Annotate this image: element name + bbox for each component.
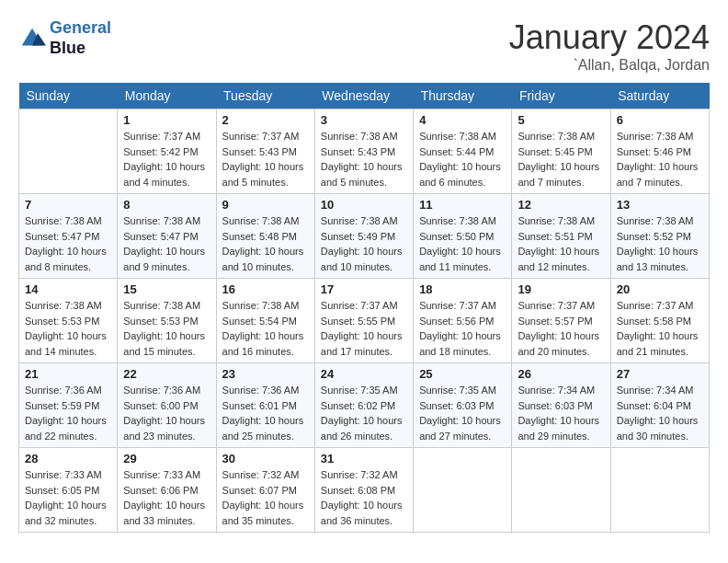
day-info: Sunrise: 7:38 AM Sunset: 5:43 PM Dayligh… <box>321 129 407 190</box>
calendar-cell: 25Sunrise: 7:35 AM Sunset: 6:03 PM Dayli… <box>414 363 512 448</box>
calendar-cell: 18Sunrise: 7:37 AM Sunset: 5:56 PM Dayli… <box>414 279 512 363</box>
calendar-cell: 26Sunrise: 7:34 AM Sunset: 6:03 PM Dayli… <box>512 363 610 448</box>
calendar-cell: 24Sunrise: 7:35 AM Sunset: 6:02 PM Dayli… <box>314 363 413 448</box>
day-number: 6 <box>617 113 703 127</box>
day-number: 31 <box>321 452 407 465</box>
calendar-cell: 11Sunrise: 7:38 AM Sunset: 5:50 PM Dayli… <box>414 194 512 279</box>
day-info: Sunrise: 7:38 AM Sunset: 5:44 PM Dayligh… <box>419 129 506 190</box>
weekday-header-saturday: Saturday <box>610 83 709 109</box>
day-number: 3 <box>321 113 407 127</box>
day-info: Sunrise: 7:38 AM Sunset: 5:54 PM Dayligh… <box>222 298 309 359</box>
location: `Allan, Balqa, Jordan <box>509 57 710 74</box>
day-number: 16 <box>222 282 309 296</box>
logo-text: General Blue <box>50 18 111 58</box>
day-number: 17 <box>321 282 407 296</box>
day-info: Sunrise: 7:37 AM Sunset: 5:58 PM Dayligh… <box>617 298 703 359</box>
day-number: 7 <box>25 198 111 212</box>
calendar-cell: 6Sunrise: 7:38 AM Sunset: 5:46 PM Daylig… <box>610 109 709 194</box>
calendar-cell: 21Sunrise: 7:36 AM Sunset: 5:59 PM Dayli… <box>19 363 118 448</box>
day-number: 21 <box>25 367 111 381</box>
day-info: Sunrise: 7:36 AM Sunset: 5:59 PM Dayligh… <box>25 383 111 443</box>
calendar-cell: 12Sunrise: 7:38 AM Sunset: 5:51 PM Dayli… <box>512 194 610 279</box>
week-row-2: 7Sunrise: 7:38 AM Sunset: 5:47 PM Daylig… <box>19 194 710 279</box>
calendar-cell: 2Sunrise: 7:37 AM Sunset: 5:43 PM Daylig… <box>216 109 314 194</box>
calendar-cell: 7Sunrise: 7:38 AM Sunset: 5:47 PM Daylig… <box>19 194 118 279</box>
day-info: Sunrise: 7:38 AM Sunset: 5:45 PM Dayligh… <box>518 129 604 190</box>
day-info: Sunrise: 7:38 AM Sunset: 5:46 PM Dayligh… <box>617 129 703 190</box>
calendar-cell: 14Sunrise: 7:38 AM Sunset: 5:53 PM Dayli… <box>19 279 118 363</box>
week-row-3: 14Sunrise: 7:38 AM Sunset: 5:53 PM Dayli… <box>19 279 710 363</box>
day-number: 24 <box>321 367 407 381</box>
day-number: 10 <box>321 198 407 212</box>
logo: General Blue <box>18 18 111 58</box>
calendar-cell: 31Sunrise: 7:32 AM Sunset: 6:08 PM Dayli… <box>314 448 413 533</box>
day-info: Sunrise: 7:32 AM Sunset: 6:08 PM Dayligh… <box>321 467 407 528</box>
calendar-cell: 20Sunrise: 7:37 AM Sunset: 5:58 PM Dayli… <box>610 279 709 363</box>
day-info: Sunrise: 7:37 AM Sunset: 5:57 PM Dayligh… <box>518 298 604 359</box>
calendar-cell: 19Sunrise: 7:37 AM Sunset: 5:57 PM Dayli… <box>512 279 610 363</box>
calendar-cell <box>610 448 709 533</box>
day-info: Sunrise: 7:36 AM Sunset: 6:01 PM Dayligh… <box>222 383 309 443</box>
calendar-cell: 29Sunrise: 7:33 AM Sunset: 6:06 PM Dayli… <box>118 448 216 533</box>
week-row-1: 1Sunrise: 7:37 AM Sunset: 5:42 PM Daylig… <box>19 109 710 194</box>
day-number: 29 <box>123 452 210 465</box>
calendar-cell: 9Sunrise: 7:38 AM Sunset: 5:48 PM Daylig… <box>216 194 314 279</box>
weekday-header-friday: Friday <box>512 83 610 109</box>
day-info: Sunrise: 7:37 AM Sunset: 5:56 PM Dayligh… <box>419 298 506 359</box>
calendar-cell: 28Sunrise: 7:33 AM Sunset: 6:05 PM Dayli… <box>19 448 118 533</box>
day-info: Sunrise: 7:33 AM Sunset: 6:06 PM Dayligh… <box>123 467 210 528</box>
day-info: Sunrise: 7:38 AM Sunset: 5:47 PM Dayligh… <box>123 213 210 274</box>
page-header: General Blue January 2024 `Allan, Balqa,… <box>18 18 710 74</box>
day-number: 20 <box>617 282 703 296</box>
calendar-cell: 13Sunrise: 7:38 AM Sunset: 5:52 PM Dayli… <box>610 194 709 279</box>
calendar-cell: 15Sunrise: 7:38 AM Sunset: 5:53 PM Dayli… <box>118 279 216 363</box>
weekday-header-row: SundayMondayTuesdayWednesdayThursdayFrid… <box>19 83 710 109</box>
day-info: Sunrise: 7:38 AM Sunset: 5:48 PM Dayligh… <box>222 213 309 274</box>
day-number: 4 <box>419 113 506 127</box>
day-number: 27 <box>617 367 703 381</box>
day-info: Sunrise: 7:35 AM Sunset: 6:02 PM Dayligh… <box>321 383 407 443</box>
calendar-cell <box>512 448 610 533</box>
day-info: Sunrise: 7:37 AM Sunset: 5:43 PM Dayligh… <box>222 129 309 190</box>
day-number: 15 <box>123 282 210 296</box>
weekday-header-tuesday: Tuesday <box>216 83 314 109</box>
day-number: 22 <box>123 367 210 381</box>
day-info: Sunrise: 7:38 AM Sunset: 5:53 PM Dayligh… <box>123 298 210 359</box>
day-number: 12 <box>518 198 604 212</box>
day-info: Sunrise: 7:38 AM Sunset: 5:50 PM Dayligh… <box>419 213 506 274</box>
day-number: 25 <box>419 367 506 381</box>
day-number: 19 <box>518 282 604 296</box>
day-number: 18 <box>419 282 506 296</box>
day-info: Sunrise: 7:36 AM Sunset: 6:00 PM Dayligh… <box>123 383 210 443</box>
day-info: Sunrise: 7:33 AM Sunset: 6:05 PM Dayligh… <box>25 467 111 528</box>
calendar-cell: 3Sunrise: 7:38 AM Sunset: 5:43 PM Daylig… <box>314 109 413 194</box>
day-number: 23 <box>222 367 309 381</box>
day-info: Sunrise: 7:37 AM Sunset: 5:55 PM Dayligh… <box>321 298 407 359</box>
day-info: Sunrise: 7:38 AM Sunset: 5:51 PM Dayligh… <box>518 213 604 274</box>
day-info: Sunrise: 7:38 AM Sunset: 5:49 PM Dayligh… <box>321 213 407 274</box>
day-number: 5 <box>518 113 604 127</box>
month-title: January 2024 <box>509 18 710 57</box>
calendar-cell: 4Sunrise: 7:38 AM Sunset: 5:44 PM Daylig… <box>414 109 512 194</box>
calendar-cell: 22Sunrise: 7:36 AM Sunset: 6:00 PM Dayli… <box>118 363 216 448</box>
day-number: 9 <box>222 198 309 212</box>
calendar-cell: 5Sunrise: 7:38 AM Sunset: 5:45 PM Daylig… <box>512 109 610 194</box>
calendar-cell: 10Sunrise: 7:38 AM Sunset: 5:49 PM Dayli… <box>314 194 413 279</box>
calendar-table: SundayMondayTuesdayWednesdayThursdayFrid… <box>18 83 710 533</box>
day-number: 13 <box>617 198 703 212</box>
calendar-cell: 27Sunrise: 7:34 AM Sunset: 6:04 PM Dayli… <box>610 363 709 448</box>
day-info: Sunrise: 7:34 AM Sunset: 6:04 PM Dayligh… <box>617 383 703 443</box>
day-info: Sunrise: 7:37 AM Sunset: 5:42 PM Dayligh… <box>123 129 210 190</box>
day-number: 11 <box>419 198 506 212</box>
day-number: 26 <box>518 367 604 381</box>
day-info: Sunrise: 7:38 AM Sunset: 5:52 PM Dayligh… <box>617 213 703 274</box>
day-number: 2 <box>222 113 309 127</box>
title-block: January 2024 `Allan, Balqa, Jordan <box>509 18 710 74</box>
calendar-cell: 1Sunrise: 7:37 AM Sunset: 5:42 PM Daylig… <box>118 109 216 194</box>
calendar-cell <box>19 109 118 194</box>
day-number: 30 <box>222 452 309 465</box>
calendar-cell: 16Sunrise: 7:38 AM Sunset: 5:54 PM Dayli… <box>216 279 314 363</box>
day-info: Sunrise: 7:32 AM Sunset: 6:07 PM Dayligh… <box>222 467 309 528</box>
week-row-5: 28Sunrise: 7:33 AM Sunset: 6:05 PM Dayli… <box>19 448 710 533</box>
calendar-cell: 8Sunrise: 7:38 AM Sunset: 5:47 PM Daylig… <box>118 194 216 279</box>
